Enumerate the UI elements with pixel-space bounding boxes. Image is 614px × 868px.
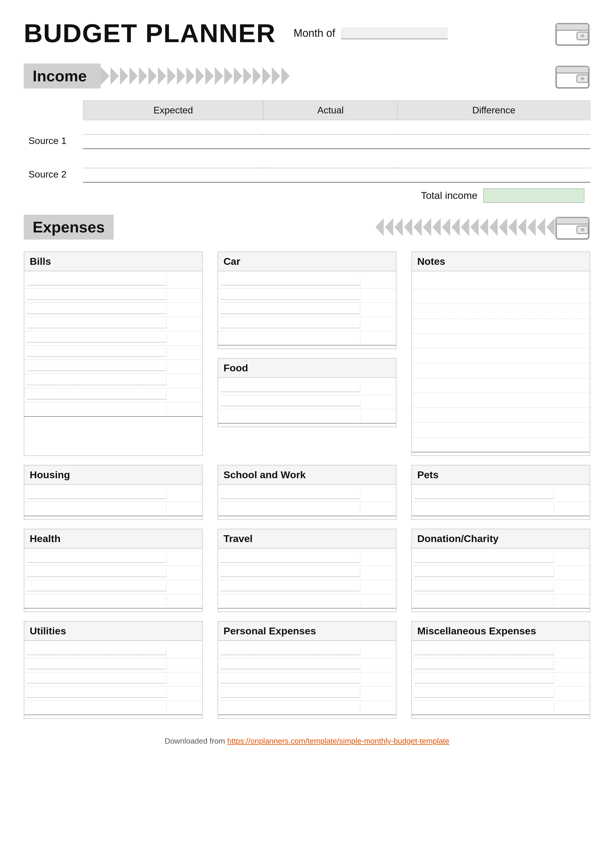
list-item — [218, 580, 396, 594]
total-income-value[interactable] — [484, 188, 585, 203]
list-item — [24, 502, 202, 516]
list-item — [24, 701, 202, 715]
income-table: Expected Actual Difference Source 1 — [24, 100, 590, 183]
list-item[interactable] — [412, 378, 590, 393]
list-item[interactable] — [412, 289, 590, 304]
list-item[interactable] — [412, 393, 590, 408]
list-item — [24, 402, 202, 417]
source2-diff-1[interactable] — [398, 154, 590, 168]
list-item — [24, 488, 202, 502]
source1-diff-2[interactable] — [398, 135, 590, 149]
chevron-icon — [177, 67, 185, 85]
chevron-icon — [129, 67, 138, 85]
total-income-row: Total income — [24, 188, 590, 203]
list-item — [412, 551, 590, 566]
list-item[interactable] — [412, 348, 590, 363]
list-item[interactable] — [412, 408, 590, 423]
food-box: Food — [217, 358, 397, 427]
chevron-icon — [499, 218, 507, 236]
month-input[interactable] — [341, 27, 448, 39]
list-item — [412, 502, 590, 516]
source1-expected-1[interactable] — [83, 120, 263, 135]
car-header: Car — [218, 252, 396, 271]
list-item[interactable] — [412, 438, 590, 452]
income-label: Income — [24, 64, 101, 89]
car-rows — [218, 271, 396, 348]
list-item — [24, 289, 202, 303]
list-item — [24, 580, 202, 594]
travel-header: Travel — [218, 529, 396, 548]
list-item — [218, 672, 396, 686]
chevron-icon — [234, 67, 242, 85]
chevron-icon — [394, 218, 403, 236]
notes-rows — [412, 271, 590, 455]
month-of-section: Month of — [293, 27, 448, 39]
pets-header: Pets — [412, 466, 590, 485]
chevron-icon — [546, 218, 555, 236]
list-item — [412, 658, 590, 672]
list-item — [24, 360, 202, 374]
health-header: Health — [24, 529, 202, 548]
source2-actual-1[interactable] — [263, 154, 397, 168]
chevron-icon — [281, 67, 290, 85]
food-header: Food — [218, 359, 396, 378]
list-item[interactable] — [412, 334, 590, 348]
list-item — [24, 672, 202, 686]
expenses-chevrons — [114, 218, 555, 236]
wallet-icon — [555, 18, 590, 49]
housing-box: Housing — [24, 465, 203, 520]
list-item — [24, 317, 202, 331]
footer-link[interactable]: https://onplanners.com/template/simple-m… — [227, 736, 450, 745]
list-item — [218, 274, 396, 289]
list-item — [24, 346, 202, 360]
table-row: Source 2 — [24, 154, 590, 168]
chevron-icon — [423, 218, 431, 236]
svg-point-11 — [581, 228, 585, 231]
housing-header: Housing — [24, 466, 202, 485]
chevron-icon — [451, 218, 460, 236]
list-item — [412, 644, 590, 658]
list-item — [218, 701, 396, 715]
source1-actual-1[interactable] — [263, 120, 397, 135]
svg-rect-9 — [556, 217, 589, 224]
school-work-box: School and Work — [217, 465, 397, 520]
source2-expected-1[interactable] — [83, 154, 263, 168]
source1-expected-2[interactable] — [83, 135, 263, 149]
list-item[interactable] — [412, 274, 590, 289]
chevron-icon — [120, 67, 128, 85]
list-item — [218, 644, 396, 658]
expenses-section: Expenses — [24, 212, 590, 719]
bills-box: Bills — [24, 252, 203, 456]
school-work-header: School and Work — [218, 466, 396, 485]
personal-header: Personal Expenses — [218, 622, 396, 641]
svg-rect-5 — [556, 67, 589, 73]
chevron-icon — [537, 218, 545, 236]
list-item[interactable] — [412, 304, 590, 319]
svg-point-3 — [581, 34, 585, 38]
page-header: BUDGET PLANNER Month of — [24, 18, 590, 49]
chevron-icon — [243, 67, 252, 85]
source1-diff-1[interactable] — [398, 120, 590, 135]
health-box: Health — [24, 529, 203, 612]
list-item[interactable] — [412, 319, 590, 334]
total-income-label: Total income — [421, 190, 478, 201]
list-item — [218, 409, 396, 424]
list-item — [218, 317, 396, 331]
travel-box: Travel — [217, 529, 397, 612]
chevron-icon — [375, 218, 384, 236]
utilities-box: Utilities — [24, 621, 203, 719]
list-item — [24, 658, 202, 672]
source2-actual-2[interactable] — [263, 168, 397, 182]
car-box: Car — [217, 252, 397, 349]
source2-expected-2[interactable] — [83, 168, 263, 182]
list-item — [412, 566, 590, 580]
list-item[interactable] — [412, 363, 590, 378]
list-item — [218, 502, 396, 516]
source2-diff-2[interactable] — [398, 168, 590, 182]
chevron-icon — [110, 67, 119, 85]
footer: Downloaded from https://onplanners.com/t… — [24, 736, 590, 746]
table-row: Source 1 — [24, 120, 590, 135]
source1-actual-2[interactable] — [263, 135, 397, 149]
source1-label: Source 1 — [24, 120, 83, 149]
list-item[interactable] — [412, 423, 590, 438]
